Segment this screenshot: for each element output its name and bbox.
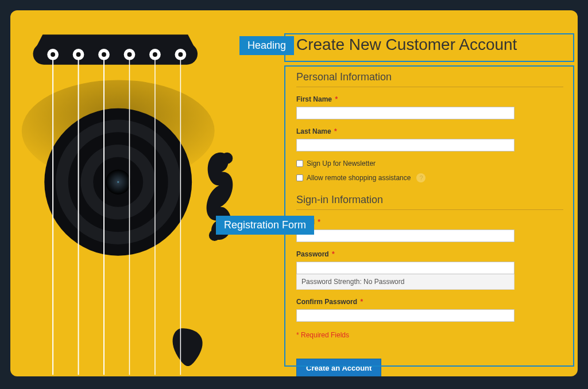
newsletter-checkbox[interactable] (296, 160, 303, 167)
svg-point-20 (222, 153, 233, 164)
email-field: Email * (296, 218, 563, 242)
password-strength-meter: Password Strength: No Password (296, 274, 514, 290)
svg-point-8 (127, 52, 132, 57)
confirm-password-input[interactable] (296, 309, 514, 322)
password-field: Password * Password Strength: No Passwor… (296, 250, 563, 290)
svg-point-10 (153, 52, 157, 57)
svg-point-4 (76, 52, 81, 57)
remote-assist-label: Allow remote shopping assistance (307, 174, 411, 182)
first-name-input[interactable] (296, 107, 514, 119)
page-content: Heading Registration Form Create New Cus… (10, 10, 578, 376)
registration-form: Personal Information First Name * Last N… (296, 71, 563, 376)
create-account-button[interactable]: Create an Account (296, 359, 381, 376)
confirm-password-field: Confirm Password * (296, 298, 563, 322)
svg-point-12 (178, 52, 183, 57)
help-icon[interactable]: ? (416, 173, 425, 182)
remote-assist-checkbox[interactable] (296, 174, 303, 181)
last-name-field: Last Name * (296, 127, 563, 151)
svg-point-2 (51, 52, 55, 57)
required-fields-note: * Required Fields (296, 331, 563, 339)
newsletter-label: Sign Up for Newsletter (307, 160, 376, 168)
svg-point-6 (102, 52, 106, 57)
password-label: Password * (296, 250, 563, 258)
annotation-heading: Heading (239, 36, 294, 55)
page-title: Create New Customer Account (296, 36, 563, 54)
heading-area: Create New Customer Account (296, 36, 563, 54)
email-label: Email * (296, 218, 563, 226)
last-name-input[interactable] (296, 139, 514, 151)
confirm-password-label: Confirm Password * (296, 298, 563, 306)
guitar-illustration (10, 10, 294, 376)
newsletter-checkbox-row: Sign Up for Newsletter (296, 160, 563, 168)
first-name-label: First Name * (296, 95, 563, 103)
email-input[interactable] (296, 229, 514, 242)
password-input[interactable] (296, 262, 514, 274)
signin-section: Sign-in Information Email * Password * P… (296, 194, 563, 376)
annotation-registration-form: Registration Form (216, 216, 314, 235)
last-name-label: Last Name * (296, 127, 563, 135)
svg-point-19 (106, 170, 130, 194)
personal-section-title: Personal Information (296, 71, 563, 87)
first-name-field: First Name * (296, 95, 563, 119)
signin-section-title: Sign-in Information (296, 194, 563, 210)
remote-assist-checkbox-row: Allow remote shopping assistance ? (296, 173, 563, 182)
